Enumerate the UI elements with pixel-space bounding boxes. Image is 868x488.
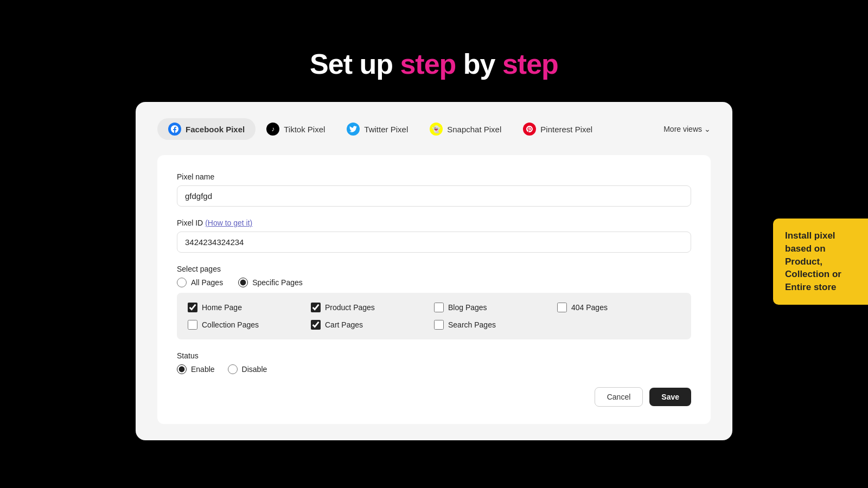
home-page-label: Home Page (202, 303, 242, 312)
cancel-button[interactable]: Cancel (595, 387, 643, 407)
title-step2: step (502, 48, 558, 80)
more-views-button[interactable]: More views ⌄ (663, 125, 711, 133)
title-step1: step (400, 48, 456, 80)
how-to-get-it-link[interactable]: (How to get it) (205, 219, 252, 227)
page-title: Set up step by step (310, 48, 558, 80)
pixel-id-input[interactable] (177, 232, 691, 253)
blog-pages-checkbox[interactable] (434, 303, 444, 312)
collection-pages-label: Collection Pages (202, 320, 259, 329)
status-enable-radio[interactable] (177, 364, 187, 374)
cart-pages-checkbox-label[interactable]: Cart Pages (311, 320, 434, 330)
tab-tiktok-label: Tiktok Pixel (284, 125, 325, 134)
main-container: Facebook Pixel ♪ Tiktok Pixel Twitter Pi… (136, 102, 732, 440)
specific-pages-radio[interactable] (238, 278, 248, 287)
specific-pages-radio-label[interactable]: Specific Pages (238, 278, 303, 287)
search-pages-checkbox-label[interactable]: Search Pages (434, 320, 557, 330)
status-group: Status Enable Disable (177, 351, 691, 374)
form-footer: Cancel Save (177, 387, 691, 407)
pages-radio-group: All Pages Specific Pages (177, 278, 691, 287)
more-views-label: More views (663, 125, 702, 133)
tiktok-icon: ♪ (266, 123, 279, 136)
facebook-icon (168, 123, 181, 136)
form-card: Pixel name Pixel ID (How to get it) Sele… (157, 155, 711, 424)
status-disable-radio[interactable] (228, 364, 238, 374)
tab-twitter[interactable]: Twitter Pixel (336, 118, 419, 140)
tabs-bar: Facebook Pixel ♪ Tiktok Pixel Twitter Pi… (157, 118, 711, 140)
cart-pages-checkbox[interactable] (311, 320, 321, 330)
tab-pinterest[interactable]: Pinterest Pixel (512, 118, 603, 140)
tab-pinterest-label: Pinterest Pixel (540, 125, 592, 134)
chevron-down-icon: ⌄ (704, 125, 711, 133)
404-pages-label: 404 Pages (571, 303, 608, 312)
status-label: Status (177, 351, 691, 360)
all-pages-radio-label[interactable]: All Pages (177, 278, 223, 287)
title-plain: Set up (310, 48, 400, 80)
pixel-name-input[interactable] (177, 185, 691, 207)
pages-checkbox-grid: Home Page Product Pages Blog Pages 404 P… (177, 293, 691, 339)
search-pages-label: Search Pages (448, 320, 496, 329)
tab-snapchat[interactable]: 👻 Snapchat Pixel (419, 118, 512, 140)
404-pages-checkbox-label[interactable]: 404 Pages (557, 303, 680, 312)
pixel-id-group: Pixel ID (How to get it) (177, 219, 691, 253)
home-page-checkbox-label[interactable]: Home Page (188, 303, 311, 312)
save-button[interactable]: Save (649, 388, 691, 406)
tab-snapchat-label: Snapchat Pixel (447, 125, 501, 134)
blog-pages-checkbox-label[interactable]: Blog Pages (434, 303, 557, 312)
tab-facebook-label: Facebook Pixel (186, 125, 245, 134)
tab-facebook[interactable]: Facebook Pixel (157, 118, 256, 140)
pixel-name-group: Pixel name (177, 172, 691, 207)
product-pages-label: Product Pages (325, 303, 375, 312)
status-enable-label[interactable]: Enable (177, 364, 215, 374)
home-page-checkbox[interactable] (188, 303, 197, 312)
pinterest-icon (523, 123, 536, 136)
cart-pages-label: Cart Pages (325, 320, 363, 329)
title-by: by (456, 48, 502, 80)
twitter-icon (347, 123, 360, 136)
pixel-name-label: Pixel name (177, 172, 691, 181)
select-pages-label: Select pages (177, 265, 691, 273)
search-pages-checkbox[interactable] (434, 320, 444, 330)
pixel-id-label: Pixel ID (How to get it) (177, 219, 691, 227)
status-disable-label[interactable]: Disable (228, 364, 267, 374)
all-pages-radio[interactable] (177, 278, 187, 287)
collection-pages-checkbox-label[interactable]: Collection Pages (188, 320, 311, 330)
product-pages-checkbox[interactable] (311, 303, 321, 312)
select-pages-group: Select pages All Pages Specific Pages Ho… (177, 265, 691, 339)
404-pages-checkbox[interactable] (557, 303, 567, 312)
blog-pages-label: Blog Pages (448, 303, 487, 312)
tab-twitter-label: Twitter Pixel (364, 125, 408, 134)
tooltip-box: Install pixel based on Product, Collecti… (773, 219, 868, 305)
tab-tiktok[interactable]: ♪ Tiktok Pixel (256, 118, 336, 140)
status-radio-group: Enable Disable (177, 364, 691, 374)
product-pages-checkbox-label[interactable]: Product Pages (311, 303, 434, 312)
collection-pages-checkbox[interactable] (188, 320, 197, 330)
snapchat-icon: 👻 (430, 123, 443, 136)
tooltip-text: Install pixel based on Product, Collecti… (785, 230, 841, 292)
